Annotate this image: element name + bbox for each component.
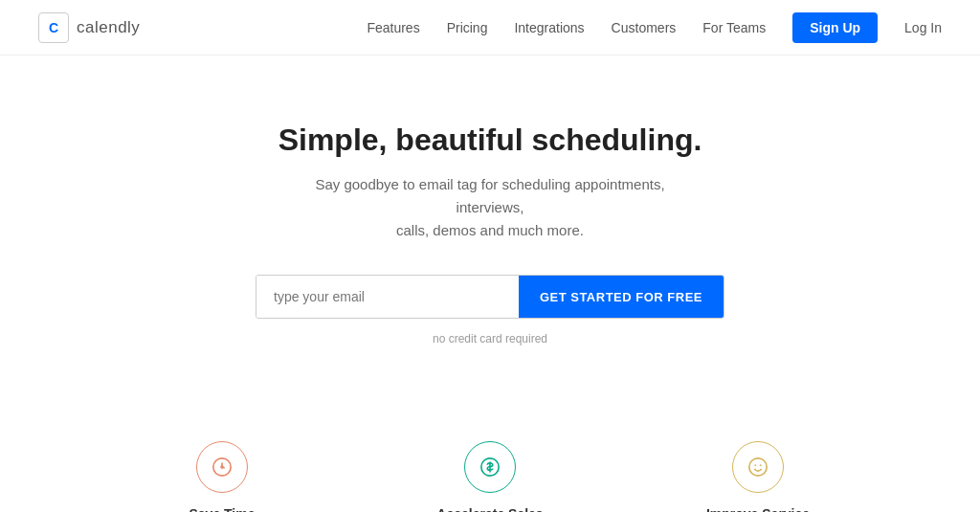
feature-improve-service-title: Improve Service bbox=[706, 506, 810, 512]
hero-title: Simple, beautiful scheduling. bbox=[278, 122, 702, 158]
smiley-icon bbox=[732, 441, 784, 493]
svg-point-6 bbox=[749, 458, 767, 476]
login-button[interactable]: Log In bbox=[904, 20, 942, 35]
logo-icon: C bbox=[38, 12, 69, 43]
svg-point-3 bbox=[221, 466, 223, 468]
main-nav: Features Pricing Integrations Customers … bbox=[367, 12, 942, 43]
nav-integrations[interactable]: Integrations bbox=[514, 20, 584, 35]
dollar-icon bbox=[464, 441, 516, 493]
svg-point-7 bbox=[754, 464, 756, 466]
signup-button[interactable]: Sign Up bbox=[792, 12, 878, 43]
feature-accelerate-sales: Accelerate Sales Don't lose hot prospect… bbox=[394, 441, 586, 512]
nav-customers[interactable]: Customers bbox=[612, 20, 677, 35]
no-credit-label: no credit card required bbox=[433, 332, 547, 345]
header: C calendly Features Pricing Integrations… bbox=[0, 0, 980, 56]
logo-text: calendly bbox=[77, 18, 140, 37]
feature-save-time-title: Save Time bbox=[189, 506, 255, 512]
clock-icon bbox=[196, 441, 248, 493]
features-section: Save Time Eliminate email and phone tag.… bbox=[0, 393, 980, 512]
email-input[interactable] bbox=[256, 276, 519, 318]
feature-accelerate-sales-title: Accelerate Sales bbox=[436, 506, 543, 512]
email-form: GET STARTED FOR FREE bbox=[256, 275, 724, 319]
hero-section: Simple, beautiful scheduling. Say goodby… bbox=[0, 56, 980, 393]
svg-point-8 bbox=[760, 464, 762, 466]
get-started-button[interactable]: GET STARTED FOR FREE bbox=[519, 276, 724, 318]
feature-improve-service: Improve Service Make it super easy for c… bbox=[662, 441, 854, 512]
nav-pricing[interactable]: Pricing bbox=[447, 20, 488, 35]
nav-for-teams[interactable]: For Teams bbox=[702, 20, 766, 35]
nav-features[interactable]: Features bbox=[367, 20, 419, 35]
feature-save-time: Save Time Eliminate email and phone tag.… bbox=[126, 441, 318, 512]
hero-subtitle: Say goodbye to email tag for scheduling … bbox=[289, 173, 691, 242]
logo: C calendly bbox=[38, 12, 140, 43]
